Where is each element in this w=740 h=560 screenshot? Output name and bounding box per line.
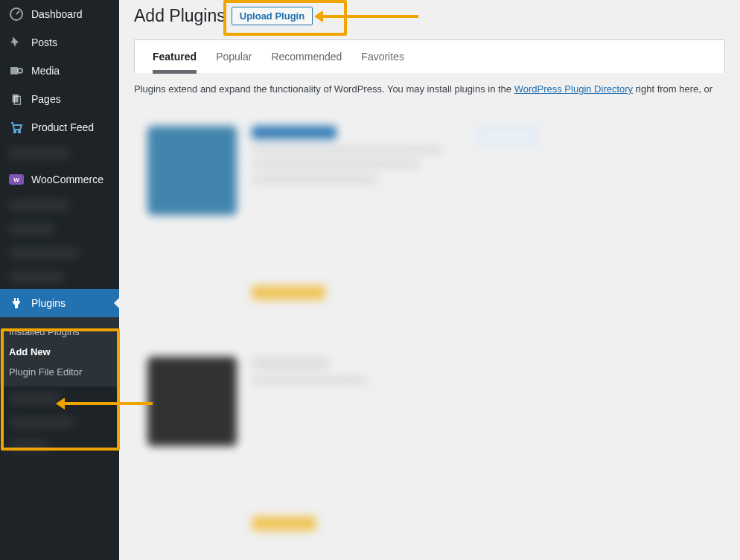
- sidebar-item-blurred: [0, 141, 119, 165]
- description-row: Plugins extend and expand the functional…: [134, 73, 725, 112]
- plugin-icon: [9, 296, 24, 311]
- submenu-plugin-file-editor[interactable]: Plugin File Editor: [0, 362, 119, 382]
- description-text: Plugins extend and expand the functional…: [134, 83, 514, 95]
- page-title: Add Plugins: [134, 6, 226, 26]
- plugin-cards-grid: [134, 112, 725, 560]
- sidebar-item-blurred: [0, 265, 119, 289]
- sidebar-item-label: Dashboard: [31, 8, 83, 20]
- plugin-thumbnail: [147, 126, 237, 215]
- sidebar-item-blurred: [0, 241, 119, 265]
- sidebar-item-label: Posts: [31, 36, 57, 48]
- submenu-add-new[interactable]: Add New: [0, 342, 119, 362]
- sidebar-item-blurred: [0, 410, 119, 434]
- tab-favorites[interactable]: Favorites: [361, 51, 404, 73]
- tab-featured[interactable]: Featured: [153, 51, 197, 73]
- svg-rect-1: [10, 67, 18, 74]
- pages-icon: [9, 92, 24, 106]
- sidebar-item-dashboard[interactable]: Dashboard: [0, 0, 119, 28]
- sidebar-item-label: Media: [31, 65, 60, 77]
- sidebar-item-blurred: [0, 217, 119, 241]
- description-text-tail: right from here, or: [633, 83, 712, 95]
- plugin-card: [134, 112, 551, 314]
- sidebar-item-blurred: [0, 434, 119, 458]
- sidebar-item-posts[interactable]: Posts: [0, 28, 119, 57]
- annotation-arrow-add-new: [63, 402, 153, 405]
- plugin-thumbnail: [147, 357, 237, 446]
- tab-popular[interactable]: Popular: [216, 51, 252, 73]
- cart-icon: [9, 120, 24, 135]
- sidebar-item-label: Product Feed: [31, 121, 94, 133]
- filter-tabs: Featured Popular Recommended Favorites: [134, 39, 725, 73]
- submenu-installed-plugins[interactable]: Installed Plugins: [0, 322, 119, 342]
- pin-icon: [9, 35, 24, 50]
- svg-text:W: W: [13, 176, 19, 183]
- svg-rect-3: [13, 95, 19, 103]
- svg-point-2: [18, 69, 22, 73]
- woocommerce-icon: W: [9, 172, 24, 187]
- sidebar-item-plugins[interactable]: Plugins: [0, 289, 119, 317]
- media-icon: [9, 63, 24, 78]
- admin-sidebar: Dashboard Posts Media Pages Product Feed…: [0, 0, 119, 560]
- svg-point-6: [19, 131, 21, 133]
- sidebar-item-label: Plugins: [31, 297, 66, 309]
- tab-recommended[interactable]: Recommended: [271, 51, 342, 73]
- upload-plugin-button[interactable]: Upload Plugin: [232, 7, 313, 25]
- page-header: Add Plugins Upload Plugin: [134, 0, 725, 39]
- sidebar-item-label: Pages: [31, 93, 61, 105]
- sidebar-item-pages[interactable]: Pages: [0, 85, 119, 113]
- dashboard-icon: [9, 7, 24, 22]
- sidebar-item-woocommerce[interactable]: W WooCommerce: [0, 165, 119, 194]
- svg-point-5: [14, 131, 16, 133]
- main-content: Add Plugins Upload Plugin Featured Popul…: [119, 0, 740, 560]
- sidebar-item-media[interactable]: Media: [0, 57, 119, 85]
- plugin-card: [134, 343, 395, 544]
- plugins-submenu: Installed Plugins Add New Plugin File Ed…: [0, 317, 119, 386]
- annotation-arrow-upload-plugin: [322, 15, 418, 18]
- sidebar-item-blurred: [0, 194, 119, 217]
- plugin-directory-link[interactable]: WordPress Plugin Directory: [514, 83, 633, 95]
- sidebar-item-label: WooCommerce: [31, 174, 103, 185]
- sidebar-item-product-feed[interactable]: Product Feed: [0, 113, 119, 141]
